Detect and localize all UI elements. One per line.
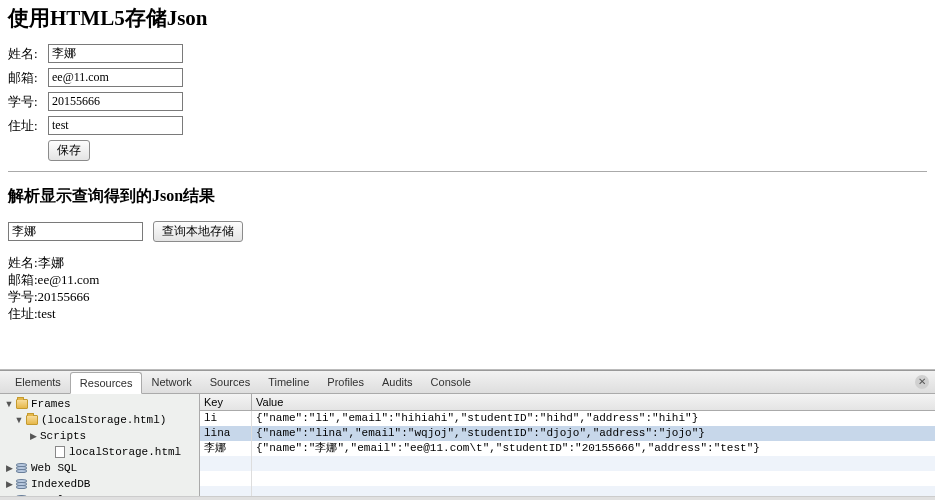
table-row[interactable]: 李娜{"name":"李娜","email":"ee@11.com\t","st… — [200, 441, 935, 456]
cell-key — [200, 456, 252, 471]
address-input[interactable] — [48, 116, 183, 135]
tree-script-file[interactable]: localStorage.html — [0, 444, 199, 460]
result-title: 解析显示查询得到的Json结果 — [8, 186, 927, 207]
devtools-panel: Elements Resources Network Sources Timel… — [0, 370, 935, 500]
table-row[interactable]: li{"name":"li","email":"hihiahi","studen… — [200, 411, 935, 426]
table-row — [200, 486, 935, 496]
tree-scripts[interactable]: ▶ Scripts — [0, 428, 199, 444]
tree-frames[interactable]: ▼ Frames — [0, 396, 199, 412]
tab-sources[interactable]: Sources — [201, 372, 259, 392]
tab-elements[interactable]: Elements — [6, 372, 70, 392]
table-row — [200, 456, 935, 471]
database-icon — [16, 479, 27, 490]
websql-label: Web SQL — [29, 462, 77, 474]
localstorage-table: Key Value li{"name":"li","email":"hihiah… — [200, 394, 935, 496]
name-input[interactable] — [48, 44, 183, 63]
query-button[interactable]: 查询本地存储 — [153, 221, 243, 242]
sid-label: 学号: — [8, 93, 42, 111]
tab-audits[interactable]: Audits — [373, 372, 422, 392]
tab-timeline[interactable]: Timeline — [259, 372, 318, 392]
folder-icon — [16, 399, 28, 409]
tab-profiles[interactable]: Profiles — [318, 372, 373, 392]
tab-resources[interactable]: Resources — [70, 372, 143, 394]
cell-key: li — [200, 411, 252, 426]
devtools-close-icon[interactable]: ✕ — [915, 375, 929, 389]
student-id-input[interactable] — [48, 92, 183, 111]
col-key[interactable]: Key — [200, 394, 252, 410]
cell-key — [200, 471, 252, 486]
query-input[interactable] — [8, 222, 143, 241]
table-row[interactable]: lina{"name":"lina","email":"wqjoj","stud… — [200, 426, 935, 441]
col-value[interactable]: Value — [252, 394, 935, 410]
rendered-page: 使用HTML5存储Json 姓名: 邮箱: 学号: 住址: 保存 解析显示查询得… — [0, 0, 935, 370]
frames-label: Frames — [29, 398, 71, 410]
tree-indexeddb[interactable]: ▶ IndexedDB — [0, 476, 199, 492]
chevron-down-icon: ▼ — [14, 415, 24, 425]
script-file-label: localStorage.html — [67, 446, 181, 458]
divider — [8, 171, 927, 172]
cell-value: {"name":"li","email":"hihiahi","studentI… — [252, 411, 935, 426]
resources-sidebar: ▼ Frames ▼ (localStorage.html) ▶ Scripts… — [0, 394, 200, 496]
frame-name-label: (localStorage.html) — [39, 414, 166, 426]
result-email-line: 邮箱:ee@11.com — [8, 271, 927, 288]
cell-value: {"name":"李娜","email":"ee@11.com\t","stud… — [252, 441, 935, 456]
cell-key: lina — [200, 426, 252, 441]
chevron-right-icon: ▶ — [4, 463, 14, 473]
devtools-tabbar: Elements Resources Network Sources Timel… — [0, 371, 935, 394]
tree-websql[interactable]: ▶ Web SQL — [0, 460, 199, 476]
indexeddb-label: IndexedDB — [29, 478, 90, 490]
folder-icon — [26, 415, 38, 425]
email-label: 邮箱: — [8, 69, 42, 87]
cell-value — [252, 471, 935, 486]
cell-key — [200, 486, 252, 496]
address-label: 住址: — [8, 117, 42, 135]
tab-console[interactable]: Console — [422, 372, 480, 392]
cell-value — [252, 456, 935, 471]
scripts-label: Scripts — [38, 430, 86, 442]
cell-key: 李娜 — [200, 441, 252, 456]
result-addr-line: 住址:test — [8, 305, 927, 322]
page-title: 使用HTML5存储Json — [8, 4, 927, 32]
email-input[interactable] — [48, 68, 183, 87]
tree-frame-page[interactable]: ▼ (localStorage.html) — [0, 412, 199, 428]
cell-value — [252, 486, 935, 496]
database-icon — [16, 463, 27, 474]
cell-value: {"name":"lina","email":"wqjoj","studentI… — [252, 426, 935, 441]
file-icon — [55, 446, 65, 458]
chevron-right-icon: ▶ — [28, 431, 38, 441]
result-sid-line: 学号:20155666 — [8, 288, 927, 305]
result-name-line: 姓名:李娜 — [8, 254, 927, 271]
chevron-down-icon: ▼ — [4, 399, 14, 409]
name-label: 姓名: — [8, 45, 42, 63]
tab-network[interactable]: Network — [142, 372, 200, 392]
save-button[interactable]: 保存 — [48, 140, 90, 161]
devtools-resize-handle[interactable] — [0, 496, 935, 500]
table-row — [200, 471, 935, 486]
chevron-right-icon: ▶ — [4, 479, 14, 489]
